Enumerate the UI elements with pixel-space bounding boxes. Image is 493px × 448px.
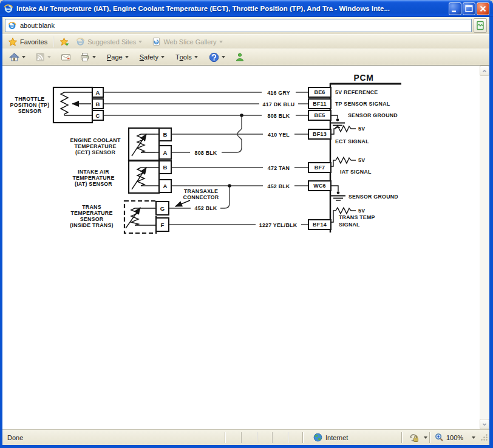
pcm-pin-be5: BE5 [314, 112, 325, 118]
window-title: Intake Air Temperature (IAT), Engine Coo… [16, 5, 447, 12]
trans-pin-f: F [161, 222, 165, 228]
protected-mode-caret[interactable] [424, 436, 427, 441]
page-menu-button[interactable]: Page [105, 52, 132, 62]
wire-label-410-yel: 410 YEL [268, 132, 290, 138]
minimize-button[interactable] [449, 2, 461, 15]
status-text: Done [7, 430, 23, 445]
ect-pullup-resistor [331, 126, 356, 134]
pcm-title: PCM [354, 73, 374, 83]
label-5v-ect: 5V [358, 126, 365, 132]
status-separator [429, 432, 430, 443]
iat-pin-a: A [163, 183, 168, 189]
safety-menu-button[interactable]: Safety [138, 52, 168, 62]
wire-label-452-blk-trans: 452 BLK [195, 205, 217, 211]
address-input[interactable]: about:blank [5, 19, 472, 32]
transaxle-connector-arrow [175, 200, 190, 206]
tools-menu-button[interactable]: Tools [174, 52, 201, 62]
pcm-pin-bf11: BF11 [313, 101, 326, 107]
help-icon [209, 52, 219, 63]
browser-window: Intake Air Temperature (IAT), Engine Coo… [0, 0, 493, 448]
compatibility-view-button[interactable] [474, 18, 487, 33]
suggested-sites-ie-icon [76, 37, 85, 46]
web-slice-gallery-button[interactable]: Web Slice Gallery [150, 36, 225, 47]
print-menu-caret[interactable] [92, 56, 96, 60]
page-ie-icon [8, 21, 16, 30]
chevron-down-icon [125, 56, 129, 60]
protected-mode-button[interactable] [408, 430, 429, 445]
pcm-pin-be6: BE6 [314, 89, 325, 95]
zoom-magnifier-icon [435, 433, 444, 442]
chevron-up-icon [481, 67, 488, 75]
zoom-level-label: 100% [446, 434, 463, 441]
web-slice-page-icon [152, 37, 161, 46]
help-menu-caret[interactable] [222, 56, 225, 60]
signal-5v-reference: 5V REFERENCE [335, 89, 378, 95]
wire-label-808-blk-ect: 808 BLK [195, 150, 217, 156]
signal-sensor-ground-1: SENSOR GROUND [348, 112, 398, 118]
pcm-pin-bf7: BF7 [314, 165, 325, 171]
pcm-pin-bf14: BF14 [313, 222, 327, 228]
print-button[interactable] [78, 51, 99, 63]
command-bar: Page Safety Tools [2, 49, 489, 66]
scroll-down-button[interactable] [480, 419, 489, 429]
home-button[interactable] [7, 51, 29, 63]
internet-globe-icon [313, 433, 322, 442]
scroll-up-button[interactable] [480, 66, 489, 76]
security-zone[interactable]: Internet [313, 430, 348, 445]
vertical-scrollbar[interactable] [480, 66, 489, 429]
tp-sensor-name-line1: THROTTLE [15, 96, 45, 102]
ie-logo-icon [4, 4, 13, 13]
maximize-button[interactable] [463, 2, 475, 15]
status-separator [241, 432, 242, 443]
signal-iat: IAT SIGNAL [340, 169, 372, 175]
printer-icon [80, 52, 90, 62]
transaxle-connector-callout: TRANSAXLE CONNECTOR [175, 188, 219, 206]
ect-sensor: B A ENGINE COOLANT TEMPERATURE (ECT) SEN… [70, 128, 171, 160]
ect-sensor-name-line2: TEMPERATURE [74, 143, 116, 149]
safety-menu-label-rest: afety [144, 53, 158, 61]
feeds-button[interactable] [33, 51, 54, 63]
signal-trans-temp-line1: TRANS TEMP [339, 214, 375, 220]
iat-sensor-name-line2: TEMPERATURE [72, 175, 114, 181]
favorites-button[interactable]: Favorites [6, 36, 49, 48]
transaxle-connector-line1: TRANSAXLE [184, 188, 218, 194]
pcm-pin-bf13: BF13 [313, 131, 327, 137]
favorites-label: Favorites [20, 38, 47, 46]
home-icon [9, 52, 19, 62]
wiring-diagram: 416 GRY 417 DK BLU 808 BLK 410 YEL 808 B… [2, 66, 480, 429]
status-separator [302, 432, 304, 443]
broken-page-icon [475, 21, 485, 30]
address-bar: about:blank [2, 17, 489, 34]
pcm-pin-boxes [308, 87, 331, 229]
wire-label-452-blk: 452 BLK [268, 183, 290, 189]
junction-dot-808 [240, 114, 243, 117]
status-separator [225, 432, 226, 443]
ect-pin-a: A [163, 149, 168, 156]
home-menu-caret[interactable] [22, 56, 25, 60]
close-button[interactable] [477, 2, 489, 15]
add-to-favorites-button[interactable] [58, 36, 72, 48]
address-url: about:blank [20, 22, 55, 29]
read-mail-button[interactable] [59, 51, 73, 63]
zoom-caret[interactable] [472, 436, 475, 441]
ect-sensor-name-line3: (ECT) SENSOR [75, 149, 115, 155]
safety-menu-label: S [140, 53, 144, 61]
ect-pin-b: B [163, 131, 168, 138]
pcm-pin-wc6: WC6 [313, 183, 326, 189]
label-5v-trans: 5V [358, 208, 365, 214]
messenger-button[interactable] [233, 51, 246, 63]
zoom-control[interactable]: 100% [435, 430, 477, 445]
help-button[interactable] [207, 51, 228, 64]
trans-sensor-name-line2: TEMPERATURE [70, 210, 112, 216]
iat-pin-b: B [163, 164, 168, 171]
suggested-sites-button[interactable]: Suggested Sites [74, 36, 145, 47]
iat-pullup-resistor [331, 157, 356, 166]
resize-grip[interactable] [480, 430, 488, 445]
trans-sensor-name-line1: TRANS [82, 204, 101, 210]
messenger-icon [235, 52, 245, 62]
signal-ect: ECT SIGNAL [335, 138, 369, 144]
iat-sensor-name-line1: INTAKE AIR [78, 169, 109, 175]
tp-pin-b: B [96, 101, 100, 107]
resize-grip-icon [480, 433, 488, 441]
title-bar: Intake Air Temperature (IAT), Engine Coo… [0, 0, 493, 17]
